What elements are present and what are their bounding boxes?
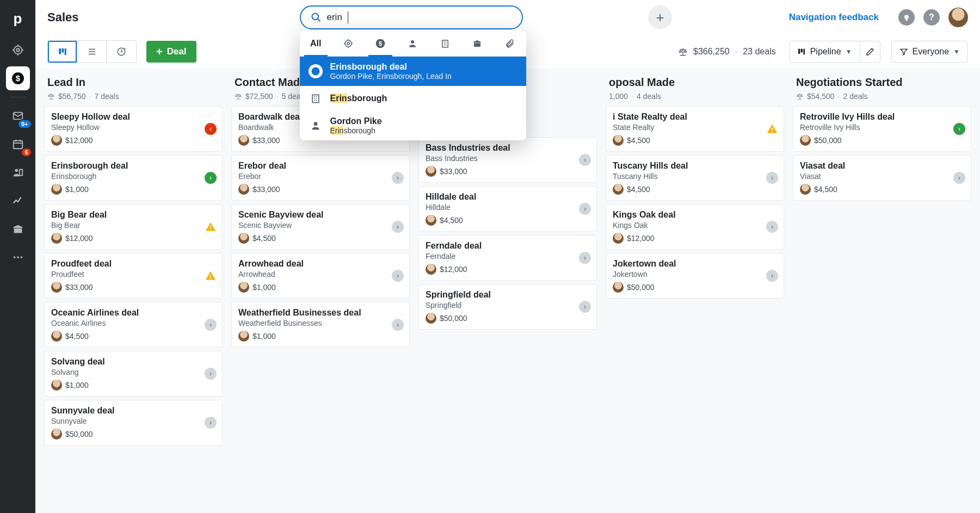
deal-card[interactable]: Jokertown dealJokertown$50,000› [606,253,784,299]
deal-card[interactable]: Oceanic Airlines dealOceanic Airlines$4,… [44,302,223,348]
owner-avatar [51,282,62,293]
card-amount: $50,000 [65,430,93,438]
view-forecast[interactable] [107,41,136,63]
card-amount: $50,000 [814,136,842,145]
deal-card[interactable]: Springfield dealSpringfield$50,000› [418,284,597,330]
card-title: Bass Industries deal [426,143,590,153]
nav-feedback-link[interactable]: Navigation feedback [789,12,879,23]
card-org: Sleepy Hollow [51,123,215,132]
search-result[interactable]: $Erinsborough dealGordon Pike, Erinsboro… [300,57,526,86]
pipeline-column: Lead In $56,750 · 7 dealsSleepy Hollow d… [42,72,225,502]
deal-card[interactable]: Arrowhead dealArrowhead$1,000› [231,253,410,299]
search-tab-products[interactable] [461,30,494,56]
sidebar-calendar[interactable]: 6 [6,132,30,156]
owner-avatar [426,166,436,177]
status-indicator: ‹ [205,123,217,135]
deal-card[interactable]: Solvang dealSolvang$1,000› [44,351,223,397]
deal-card[interactable]: Kings Oak dealKings Oak$12,000› [606,204,784,250]
owner-avatar [51,135,62,146]
edit-pipeline-button[interactable] [860,41,880,63]
svg-point-9 [13,256,15,258]
sidebar-mail[interactable]: 9+ [6,104,30,128]
deal-card[interactable]: Sleepy Hollow dealSleepy Hollow$12,000‹ [44,106,223,152]
card-title: Erinsborough deal [51,161,215,171]
deal-card[interactable]: Erinsborough dealErinsborough$1,000› [44,155,223,201]
owner-avatar [426,264,436,275]
deal-count: 23 deals [743,47,776,57]
card-amount: $33,000 [440,167,467,176]
svg-text:$: $ [379,40,382,46]
card-amount: $4,500 [627,136,650,145]
deal-card[interactable]: Bass Industries dealBass Industries$33,0… [418,137,597,183]
deal-card[interactable]: Tuscany Hills dealTuscany Hills$4,500› [606,155,784,201]
search-dropdown: All $ $Erinsborough dealGordon Pike, Eri… [300,30,526,140]
view-list[interactable] [77,41,107,63]
card-title: Kings Oak deal [613,210,777,220]
add-deal-button[interactable]: +Deal [146,41,196,63]
search-tab-deals[interactable]: $ [364,30,396,56]
owner-filter[interactable]: Everyone▼ [891,41,968,63]
card-org: Ferndale [426,252,590,261]
deal-card[interactable]: Weatherfield Businesses dealWeatherfield… [231,302,410,348]
deal-card[interactable]: Erebor dealErebor$33,000› [231,155,410,201]
status-indicator: › [579,252,591,264]
sidebar-products[interactable] [6,217,30,241]
search-tab-orgs[interactable] [429,30,461,56]
deal-card[interactable]: Ferndale dealFerndale$12,000› [418,235,597,281]
sidebar-leads[interactable] [6,38,30,62]
deal-card[interactable]: i State Realty dealState Realty$4,500 [606,106,784,152]
status-indicator: › [392,319,404,331]
status-indicator: › [392,221,404,233]
deal-card[interactable]: Retroville Ivy Hills dealRetroville Ivy … [793,106,971,152]
svg-rect-29 [800,49,802,53]
pipeline-selector[interactable]: Pipeline▼ [789,41,860,63]
card-title: Proudfeet deal [51,259,215,269]
search-tab-people[interactable] [397,30,429,56]
card-amount: $4,500 [65,332,89,341]
sidebar-more[interactable] [6,245,30,269]
sidebar-contacts[interactable] [6,160,30,184]
deal-card[interactable]: Proudfeet dealProudfeet$33,000 [44,253,223,299]
svg-point-0 [14,46,22,54]
search-input[interactable]: erin [300,5,523,29]
column-title: Negotiations Started [796,76,968,89]
search-result[interactable]: Erinsborough [300,86,526,111]
sidebar-deals[interactable]: $ [6,66,30,90]
logo-icon[interactable]: p [6,7,30,30]
card-amount: $50,000 [627,283,655,292]
search-result[interactable]: Gordon PikeErinsborough [300,111,526,140]
view-toggle [47,40,137,63]
deal-card[interactable]: Scenic Bayview dealScenic Bayview$4,500› [231,204,410,250]
search-value: erin [327,12,342,23]
deal-card[interactable]: Hilldale dealHilldale$4,500› [418,186,597,232]
view-kanban[interactable] [48,41,77,63]
divider [10,97,26,97]
person-icon [408,39,417,48]
owner-avatar [613,184,624,195]
svg-rect-32 [210,229,211,230]
card-title: Erebor deal [238,161,403,171]
warning-icon [766,123,778,135]
deal-card[interactable]: Big Bear dealBig Bear$12,000 [44,204,223,250]
assistant-icon[interactable] [898,9,915,26]
user-avatar[interactable] [948,8,968,27]
search-tab-all[interactable]: All [300,30,332,56]
owner-avatar [238,282,249,293]
help-icon[interactable]: ? [923,9,940,26]
currency-icon: $ [11,72,24,85]
deal-card[interactable]: Viasat dealViasat$4,500› [793,155,971,201]
search-tab-leads[interactable] [332,30,364,56]
sidebar-insights[interactable] [6,189,30,213]
topbar: Sales erin Deals All $ [35,0,980,35]
card-title: Hilldale deal [426,192,590,202]
quick-add-button[interactable]: + [648,5,672,29]
deal-icon: $ [309,64,323,78]
list-icon [87,47,97,57]
deal-card[interactable]: Sunnyvale dealSunnyvale$50,000› [44,400,223,446]
svg-rect-24 [59,48,61,54]
summary: $366,250 · 23 deals [678,47,776,57]
card-title: Springfield deal [426,290,590,300]
building-icon [440,39,450,48]
card-title: i State Realty deal [613,112,777,122]
search-tab-files[interactable] [494,30,526,56]
